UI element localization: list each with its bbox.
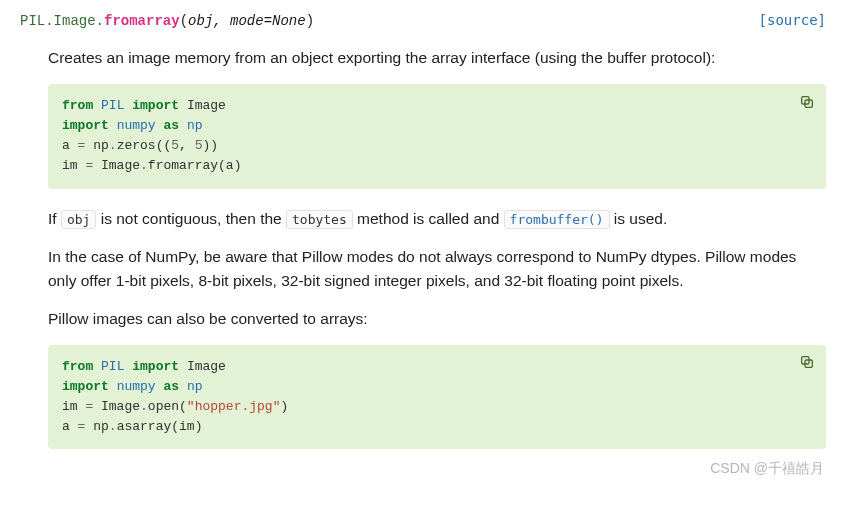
code-line: import numpy as np (62, 377, 812, 397)
inline-code-obj: obj (61, 210, 96, 229)
convert-paragraph: Pillow images can also be converted to a… (48, 307, 826, 331)
copy-button[interactable] (796, 92, 818, 114)
watermark: CSDN @千禧皓月 (710, 458, 824, 479)
sig-name: fromarray (104, 13, 180, 29)
code-line: im = Image.open("hopper.jpg") (62, 397, 812, 417)
code-line: from PIL import Image (62, 357, 812, 377)
copy-button[interactable] (796, 353, 818, 375)
code-line: a = np.asarray(im) (62, 417, 812, 437)
signature-row: PIL.Image.fromarray(obj, mode=None) [sou… (20, 10, 826, 32)
sig-open-paren: ( (180, 13, 188, 29)
code-line: im = Image.fromarray(a) (62, 156, 812, 176)
inline-code-tobytes: tobytes (286, 210, 353, 229)
numpy-note-paragraph: In the case of NumPy, be aware that Pill… (48, 245, 826, 293)
code-line: a = np.zeros((5, 5)) (62, 136, 812, 156)
code-line: from PIL import Image (62, 96, 812, 116)
function-signature: PIL.Image.fromarray(obj, mode=None) (20, 11, 314, 32)
doc-body: Creates an image memory from an object e… (20, 46, 826, 449)
code-example-1: from PIL import Image import numpy as np… (48, 84, 826, 189)
code-example-2: from PIL import Image import numpy as np… (48, 345, 826, 450)
frombuffer-link[interactable]: frombuffer() (504, 210, 610, 229)
sig-module: PIL.Image. (20, 13, 104, 29)
sig-close-paren: ) (306, 13, 314, 29)
sig-params: obj, mode=None (188, 13, 306, 29)
code-line: import numpy as np (62, 116, 812, 136)
copy-icon (799, 98, 815, 113)
source-link[interactable]: [source] (759, 10, 826, 31)
copy-icon (799, 358, 815, 373)
contiguous-paragraph: If obj is not contiguous, then the tobyt… (48, 207, 826, 231)
intro-paragraph: Creates an image memory from an object e… (48, 46, 826, 70)
